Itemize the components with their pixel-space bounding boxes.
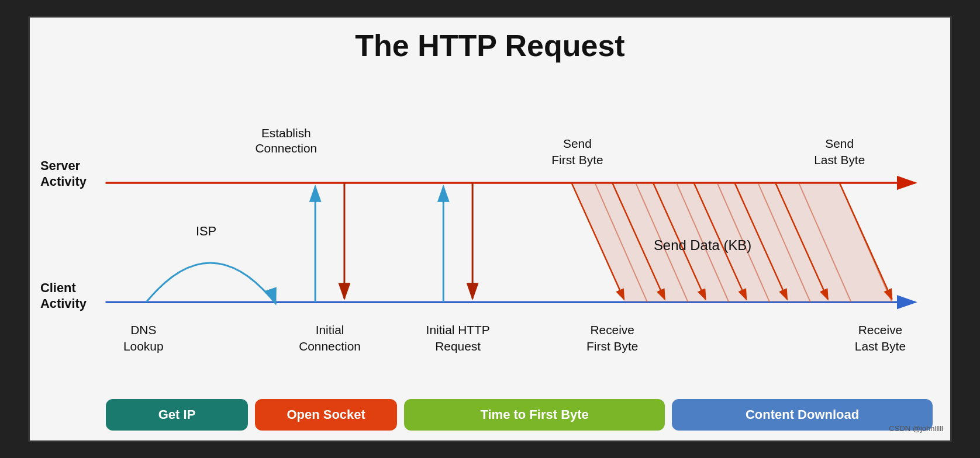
receive-first-byte-label: Receive — [590, 323, 634, 336]
svg-text:Last Byte: Last Byte — [855, 339, 906, 353]
isp-arc — [146, 263, 274, 302]
attribution: CSDN @johnlllll — [889, 424, 943, 433]
svg-text:First Byte: First Byte — [551, 153, 603, 166]
send-data-label: Send Data (KB) — [654, 237, 751, 253]
open-socket-button[interactable]: Open Socket — [255, 399, 397, 431]
receive-last-byte-label: Receive — [858, 323, 903, 336]
svg-text:Connection: Connection — [255, 141, 317, 155]
page-title: The HTTP Request — [30, 18, 950, 69]
svg-text:First Byte: First Byte — [586, 339, 638, 353]
diagram-container: The HTTP Request Server Activity Client … — [28, 16, 952, 442]
time-to-first-byte-button[interactable]: Time to First Byte — [404, 399, 665, 431]
establish-conn-label: Establish — [261, 126, 311, 140]
svg-text:Last Byte: Last Byte — [814, 153, 865, 166]
svg-text:Connection: Connection — [299, 339, 361, 353]
waterfall-buttons: Get IP Open Socket Time to First Byte Co… — [106, 399, 933, 431]
initial-http-label: Initial HTTP — [426, 323, 490, 336]
initial-conn-label: Initial — [316, 323, 344, 336]
diagram-area: Server Activity Client Activity — [30, 69, 950, 436]
svg-text:Activity: Activity — [40, 296, 87, 311]
svg-text:Lookup: Lookup — [123, 339, 164, 353]
svg-text:Request: Request — [435, 339, 481, 353]
send-first-byte-label: Send — [563, 137, 592, 150]
isp-label: ISP — [196, 224, 216, 238]
dns-lookup-label: DNS — [130, 323, 156, 336]
server-activity-label: Server — [40, 158, 81, 173]
send-last-byte-label: Send — [825, 137, 854, 150]
main-diagram: Server Activity Client Activity — [30, 69, 950, 436]
get-ip-button[interactable]: Get IP — [106, 399, 248, 431]
svg-text:Activity: Activity — [40, 174, 87, 189]
client-activity-label: Client — [40, 280, 77, 295]
